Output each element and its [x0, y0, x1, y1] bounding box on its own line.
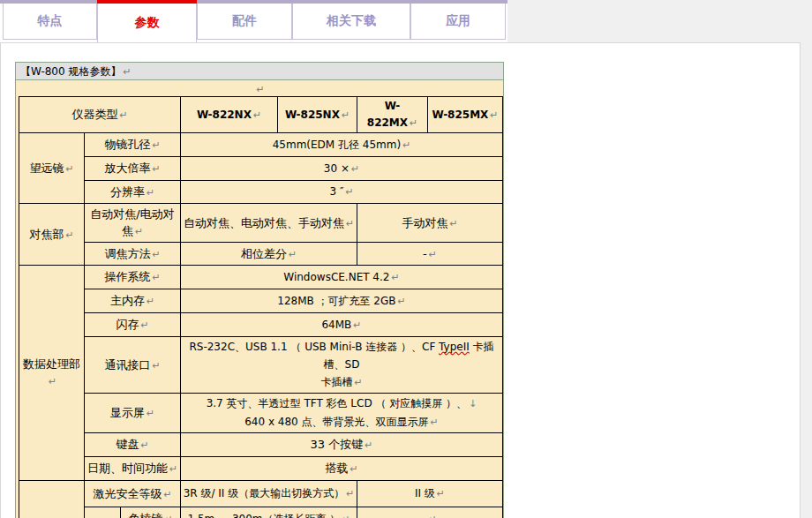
tab-parameters[interactable]: 参数 [97, 4, 197, 42]
tab-downloads[interactable]: 相关下载 [292, 4, 410, 40]
table-row: 望远镜↵ 物镜孔径↵ 45mm(EDM 孔径 45mm)↵ [19, 133, 503, 157]
paragraph-mark-icon: ↵ [429, 514, 437, 518]
paragraph-mark-icon: ↵ [398, 296, 406, 307]
paragraph-mark-icon: ↵ [402, 139, 410, 151]
table-row: 主内存↵ 128MB ；可扩充至 2GB↵ [19, 289, 503, 313]
value-flash: 64MB↵ [181, 313, 503, 337]
value-interface: RS-232C、USB 1.1 （ USB Mini-B 连接器 ）、CF Ty… [181, 337, 503, 394]
value-interface-line2: 卡插槽↵ [183, 373, 500, 392]
tab-features[interactable]: 特点 [3, 4, 97, 40]
label-datetime: 日期、时间功能↵ [85, 457, 181, 481]
value-datetime: 搭载↵ [181, 457, 503, 481]
model-w825mx: W-825MX↵ [428, 97, 503, 133]
paragraph-mark-icon: ↵ [353, 319, 361, 331]
paragraph-mark-icon: ↵ [65, 163, 73, 175]
value-aperture: 45mm(EDM 孔径 45mm)↵ [181, 133, 503, 157]
paragraph-mark-icon: ↵ [65, 229, 73, 241]
value-reflectorless-nx: 1.5m ～ 300m（选择长距离 ）↵ [181, 507, 357, 518]
section-edm: 测↵ [85, 507, 121, 518]
label-keyboard: 键盘↵ [85, 433, 181, 457]
section-bottom-empty [19, 481, 85, 518]
paragraph-mark-icon: ↵ [350, 463, 357, 475]
tab-bar: 特点 参数 配件 相关下载 应用 [0, 0, 812, 42]
spec-table-title: 【W-800 规格参数】↵ [16, 63, 503, 80]
value-autofocus-nx: 自动对焦、电动对焦、手动对焦↵ [181, 204, 357, 243]
table-row: 对焦部↵ 自动对焦/电动对焦↵ 自动对焦、电动对焦、手动对焦↵ 手动对焦↵ [19, 204, 503, 243]
paragraph-mark-icon: ↵ [342, 109, 350, 121]
spec-table: 仪器类型↵ W-822NX↵ W-825NX↵ W-822MX↵ W-825MX… [19, 96, 503, 518]
spec-table-spacer: ↵ [16, 80, 503, 96]
table-row: 激光安全等级↵ 3R 级/ II 级（最大输出切换方式）↵ II 级↵ [19, 481, 503, 507]
value-keyboard: 33 个按键↵ [181, 433, 503, 457]
tab-accessories[interactable]: 配件 [197, 4, 292, 40]
label-magnification: 放大倍率↵ [85, 157, 181, 181]
page-right-gutter [801, 42, 812, 518]
value-laser-nx: 3R 级/ II 级（最大输出切换方式）↵ [181, 481, 357, 507]
table-row: 分辨率↵ 3 ″↵ [19, 181, 503, 204]
label-reflectorless: 免棱镜↵ [121, 507, 181, 518]
table-row: 通讯接口↵ RS-232C、USB 1.1 （ USB Mini-B 连接器 ）… [19, 337, 503, 394]
table-row: 显示屏↵ 3.7 英寸、半透过型 TFT 彩色 LCD （ 对应触摸屏 ）、↓ … [19, 394, 503, 433]
paragraph-mark-icon: ↵ [365, 439, 372, 451]
value-memory: 128MB ；可扩充至 2GB↵ [181, 289, 503, 313]
paragraph-mark-icon: ↵ [410, 117, 417, 129]
section-data-processing: 数据处理部↵ [19, 266, 85, 481]
paragraph-mark-icon: ↵ [164, 514, 172, 518]
paragraph-mark-icon: ↵ [490, 109, 498, 121]
paragraph-mark-icon: ↵ [147, 296, 154, 307]
paragraph-mark-icon: ↵ [431, 417, 439, 428]
tab-list: 特点 参数 配件 相关下载 应用 [3, 4, 506, 42]
table-row: 闪存↵ 64MB↵ [19, 313, 503, 337]
paragraph-mark-icon: ↵ [391, 272, 399, 283]
label-aperture: 物镜孔径↵ [85, 133, 181, 157]
paragraph-mark-icon: ↵ [253, 109, 261, 121]
value-laser-mx: II 级↵ [357, 481, 503, 507]
paragraph-mark-icon: ↵ [351, 163, 359, 175]
label-display: 显示屏↵ [85, 394, 181, 433]
section-focusing: 对焦部↵ [19, 204, 85, 266]
table-row: 仪器类型↵ W-822NX↵ W-825NX↵ W-822MX↵ W-825MX… [19, 97, 503, 133]
paragraph-mark-icon: ↵ [152, 360, 160, 372]
label-memory: 主内存↵ [85, 289, 181, 313]
value-interface-line1: RS-232C、USB 1.1 （ USB Mini-B 连接器 ）、CF Ty… [183, 338, 500, 373]
model-w822mx: W-822MX↵ [357, 97, 428, 133]
paragraph-mark-icon: ↵ [123, 66, 131, 78]
paragraph-mark-icon: ↵ [169, 463, 177, 475]
spec-table-container: 【W-800 规格参数】↵ ↵ 仪器类型↵ W-822NX↵ W-825NX↵ … [15, 62, 504, 518]
paragraph-mark-icon: ↵ [135, 226, 143, 237]
table-row: 调焦方法↵ 相位差分↵ -↵ [19, 243, 503, 266]
label-interface: 通讯接口↵ [85, 337, 181, 394]
paragraph-mark-icon: ↵ [346, 218, 354, 229]
paragraph-mark-icon: ↵ [119, 109, 127, 121]
table-row: 数据处理部↵ 操作系统↵ WindowsCE.NET 4.2↵ [19, 266, 503, 289]
value-focus-method-nx: 相位差分↵ [181, 243, 357, 266]
paragraph-mark-icon: ↵ [147, 187, 154, 199]
tab-content-panel: 【W-800 规格参数】↵ ↵ 仪器类型↵ W-822NX↵ W-825NX↵ … [0, 42, 801, 518]
paragraph-mark-icon: ↵ [49, 376, 56, 387]
tab-applications[interactable]: 应用 [410, 4, 506, 40]
paragraph-mark-icon: ↵ [256, 84, 264, 95]
value-display-line2: 640 x 480 点、带背景光、双面显示屏↵ [183, 413, 500, 432]
paragraph-mark-icon: ↵ [147, 408, 154, 419]
page: 特点 参数 配件 相关下载 应用 【W-800 规格参数】↵ ↵ 仪器类型↵ W… [0, 0, 812, 518]
paragraph-mark-icon: ↵ [152, 272, 160, 283]
paragraph-mark-icon: ↵ [437, 488, 445, 499]
paragraph-mark-icon: ↵ [342, 514, 350, 518]
paragraph-mark-icon: ↵ [345, 186, 353, 198]
paragraph-mark-icon: ↵ [449, 218, 457, 229]
paragraph-mark-icon: ↵ [163, 489, 171, 500]
label-flash: 闪存↵ [85, 313, 181, 337]
value-display: 3.7 英寸、半透过型 TFT 彩色 LCD （ 对应触摸屏 ）、↓ 640 x… [181, 394, 503, 433]
label-resolution: 分辨率↵ [85, 181, 181, 204]
value-display-line1: 3.7 英寸、半透过型 TFT 彩色 LCD （ 对应触摸屏 ）、↓ [183, 394, 500, 413]
label-focus-method: 调焦方法↵ [85, 243, 181, 266]
table-row: 测↵ 免棱镜↵ 1.5m ～ 300m（选择长距离 ）↵ -↵ [19, 507, 503, 518]
interface-text: RS-232C、USB 1.1 （ USB Mini-B 连接器 ）、CF [189, 341, 439, 353]
table-row: 日期、时间功能↵ 搭载↵ [19, 457, 503, 481]
value-magnification: 30 ×↵ [181, 157, 503, 181]
value-os: WindowsCE.NET 4.2↵ [181, 266, 503, 289]
paragraph-mark-icon: ↵ [152, 139, 160, 151]
paragraph-mark-icon: ↵ [346, 488, 354, 499]
line-break-mark-icon: ↓ [469, 398, 477, 409]
label-laser-class: 激光安全等级↵ [85, 481, 181, 507]
